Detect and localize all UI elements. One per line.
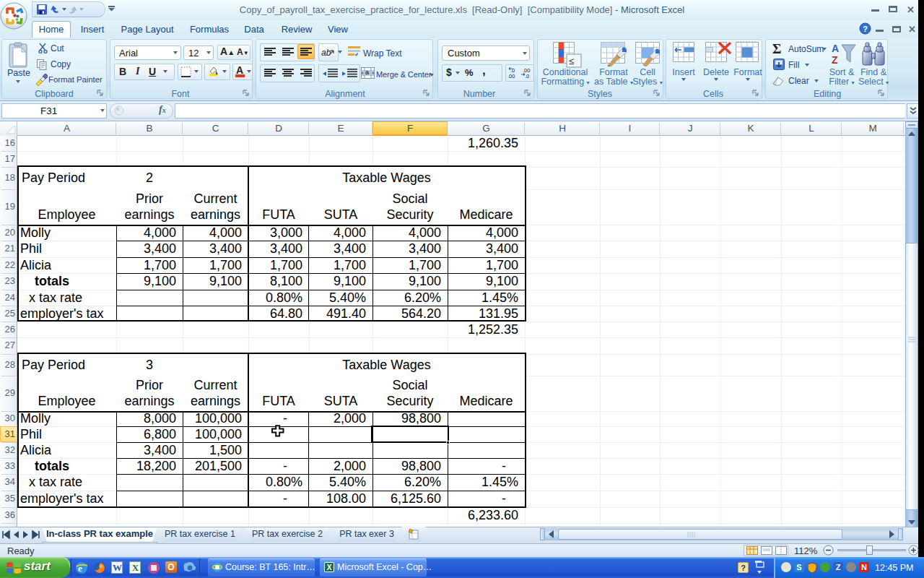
svg-text:A: A	[832, 43, 839, 54]
svg-text:ab: ab	[321, 48, 331, 58]
svg-text:.00: .00	[507, 73, 515, 79]
svg-text:?: ?	[863, 25, 868, 33]
svg-text:Z: Z	[832, 54, 838, 66]
svg-text:a: a	[365, 69, 369, 76]
svg-text:X: X	[327, 564, 332, 571]
svg-text:≤: ≤	[569, 56, 574, 66]
